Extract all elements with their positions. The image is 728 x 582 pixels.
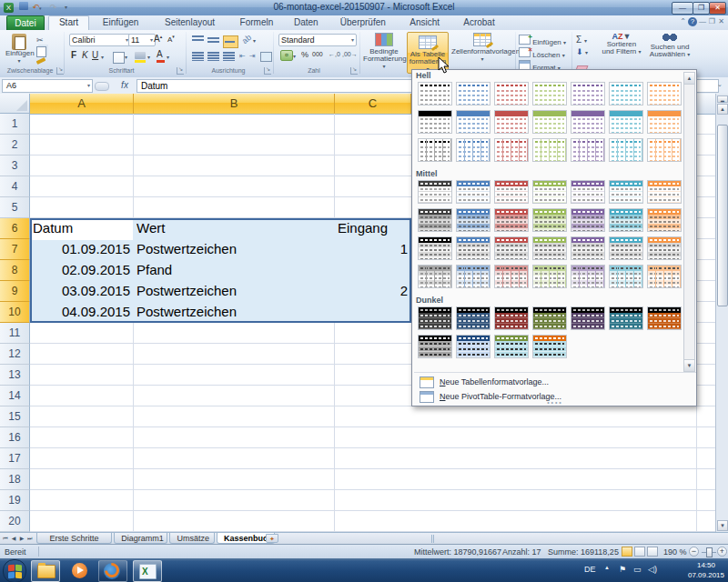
table-style-hell-9[interactable] [456,110,490,134]
row-header-13[interactable]: 13 [0,365,30,386]
row-header-4[interactable]: 4 [0,176,30,197]
cell-C7[interactable]: 1 [338,239,408,260]
shrink-font-button[interactable]: A▾ [167,34,175,44]
cell-A6[interactable]: Datum [33,218,130,239]
table-style-mittel-12[interactable] [571,208,605,232]
table-style-mittel-26[interactable] [571,265,605,288]
table-style-mittel-11[interactable] [532,208,567,232]
decrease-indent-icon[interactable]: ⇤ [239,52,246,60]
table-style-dunkel-8[interactable] [418,335,452,358]
cell-B6[interactable]: Wert [136,218,331,239]
table-style-mittel-1[interactable] [418,180,452,204]
align-center-icon[interactable] [207,52,219,61]
scroll-up-icon[interactable]: ▲ [717,104,728,115]
cell-B7[interactable]: Postwertzeichen [136,239,331,260]
sort-filter-button[interactable]: AZ▼ Sortieren und Filtern ▾ [599,33,644,73]
table-style-mittel-5[interactable] [571,180,605,204]
clipboard-dialog-launcher[interactable]: ↘ [56,67,64,75]
borders-arrow[interactable]: ▾ [125,54,127,60]
table-style-mittel-16[interactable] [456,236,490,260]
table-style-hell-10[interactable] [494,110,529,134]
zoom-slider-thumb[interactable] [706,547,713,557]
table-style-mittel-14[interactable] [647,208,682,232]
select-all-corner[interactable] [0,94,30,114]
zoom-in-button[interactable]: + [717,547,727,557]
table-style-hell-1[interactable] [418,82,452,105]
row-header-7[interactable]: 7 [0,239,30,260]
align-right-icon[interactable] [223,52,235,61]
table-style-hell-11[interactable] [532,110,567,134]
table-style-dunkel-4[interactable] [532,306,567,330]
table-style-hell-20[interactable] [609,138,643,162]
restore-button[interactable]: ❐ [693,2,710,15]
copy-icon[interactable] [36,46,46,57]
taskbar-explorer-button[interactable] [31,560,60,582]
new-table-style-menu-item[interactable]: Neue Tabellenformatvorlage... [414,375,694,389]
table-style-dunkel-11[interactable] [532,335,567,358]
row-header-19[interactable]: 19 [0,490,30,511]
table-style-mittel-2[interactable] [456,180,490,204]
table-style-mittel-6[interactable] [609,180,643,204]
orientation-arrow[interactable]: ▾ [253,37,256,44]
row-header-9[interactable]: 9 [0,281,30,302]
number-format-combo[interactable]: Standard▾ [278,34,357,46]
row-header-18[interactable]: 18 [0,469,30,490]
row-header-20[interactable]: 20 [0,511,30,532]
table-style-hell-4[interactable] [532,82,567,105]
table-style-mittel-3[interactable] [494,180,529,204]
cut-icon[interactable]: ✂ [36,35,44,45]
next-sheet-icon[interactable]: ▶ [18,535,25,543]
grow-font-button[interactable]: A▴ [154,34,162,44]
row-header-3[interactable]: 3 [0,156,30,176]
decrease-decimal-icon[interactable]: ,00→ [342,51,358,57]
cell-A8[interactable]: 02.09.2015 [33,260,130,281]
gallery-scroll-up-icon[interactable]: ▲ [684,73,694,85]
row-header-11[interactable]: 11 [0,323,30,344]
network-icon[interactable]: ▭ [633,565,642,574]
tab-ansicht[interactable]: Ansicht [399,15,450,30]
last-sheet-icon[interactable]: ⏭ [26,535,34,543]
bold-button[interactable]: F [71,50,76,60]
table-style-hell-5[interactable] [571,82,605,105]
table-style-mittel-22[interactable] [418,265,452,288]
column-header-B[interactable]: B [134,94,335,114]
tab-überprüfen[interactable]: Überprüfen [330,15,396,30]
conditional-formatting-button[interactable]: Bedingte Formatierung ▾ [363,33,405,73]
row-header-12[interactable]: 12 [0,344,30,365]
row-header-15[interactable]: 15 [0,406,30,427]
table-style-hell-7[interactable] [647,82,682,105]
table-style-mittel-4[interactable] [532,180,567,204]
tab-einfügen[interactable]: Einfügen [93,15,148,30]
borders-icon[interactable] [113,52,125,64]
delete-cells-button[interactable]: × Löschen ▾ [519,47,565,59]
format-painter-icon[interactable] [36,57,46,65]
number-dialog-launcher[interactable]: ↘ [350,67,358,75]
name-box[interactable]: A6▾ [2,79,93,93]
gallery-scrollbar[interactable]: ▲ ▼ [683,72,695,372]
tab-seitenlayout[interactable]: Seitenlayout [152,15,228,30]
font-color-arrow[interactable]: ▾ [167,54,169,60]
table-style-hell-18[interactable] [532,138,567,162]
tray-expand-icon[interactable]: ▲ [604,565,610,570]
table-style-hell-6[interactable] [609,82,643,105]
table-style-hell-14[interactable] [647,110,682,134]
gallery-scroll-down-icon[interactable]: ▼ [684,359,694,371]
minimize-button[interactable]: — [672,2,693,15]
table-style-mittel-20[interactable] [609,236,643,260]
font-name-combo[interactable]: Calibri▾ [69,34,131,46]
tab-datei[interactable]: Datei [6,15,45,30]
prev-sheet-icon[interactable]: ◀ [10,535,17,543]
table-style-dunkel-5[interactable] [571,306,605,330]
paste-button[interactable]: Einfügen ▾ [5,33,33,65]
table-style-dunkel-9[interactable] [456,335,490,358]
table-style-hell-17[interactable] [494,138,529,162]
formula-bar-expand-icon[interactable]: ⌄ [717,81,723,88]
cell-B10[interactable]: Postwertzeichen [136,302,331,323]
tab-split-handle[interactable] [431,535,435,543]
row-header-6[interactable]: 6 [0,218,30,239]
table-style-mittel-10[interactable] [494,208,529,232]
insert-cells-button[interactable]: + Einfügen ▾ [519,35,566,46]
increase-decimal-icon[interactable]: ←,0 [329,51,340,57]
row-header-1[interactable]: 1 [0,114,30,135]
font-size-combo[interactable]: 11▾ [128,34,156,46]
